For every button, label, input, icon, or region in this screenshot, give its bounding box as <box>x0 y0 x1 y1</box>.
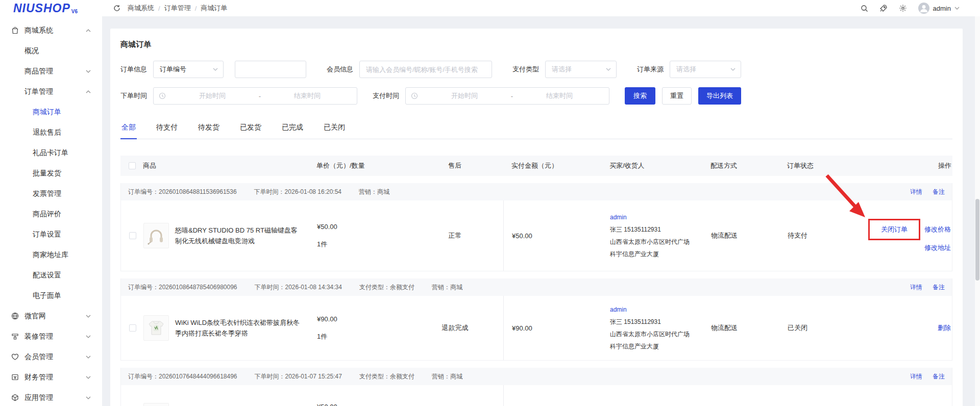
search-icon[interactable] <box>861 5 868 12</box>
order-info-label: 订单信息 <box>120 65 147 74</box>
sidebar-item-order-settings[interactable]: 订单设置 <box>0 224 102 245</box>
sidebar-item-micro-site[interactable]: 微官网 <box>0 306 102 326</box>
select-all-checkbox[interactable] <box>129 162 136 169</box>
breadcrumb-item-1[interactable]: 商城系统 <box>128 4 154 13</box>
vertical-scrollbar[interactable] <box>975 16 980 406</box>
close-order-button[interactable]: 关闭订单 <box>881 225 908 234</box>
pay-type-select[interactable]: 请选择 <box>545 61 617 78</box>
order-time-label: 下单时间： <box>254 188 285 195</box>
chevron-down-icon <box>730 68 736 71</box>
product-qty: 1件 <box>317 332 407 341</box>
sidebar-item-merchant-address[interactable]: 商家地址库 <box>0 245 102 265</box>
order-info-bar: 订单编号：20260108648811536961536 下单时间：2026-0… <box>121 183 952 200</box>
sidebar-item-mall-system[interactable]: 商城系统 <box>0 20 102 41</box>
range-separator: - <box>257 92 263 100</box>
order-info-type-select[interactable]: 订单编号 <box>153 61 224 78</box>
remark-link[interactable]: 备注 <box>933 372 945 381</box>
product-qty: 1件 <box>317 240 407 249</box>
sidebar-item-giftcard-orders[interactable]: 礼品卡订单 <box>0 143 102 163</box>
receiver-address-line2: 科宇信息产业大厦 <box>610 248 703 260</box>
member-search-input[interactable] <box>359 61 492 78</box>
sidebar-item-overview[interactable]: 概况 <box>0 41 102 61</box>
order-no-label: 订单编号： <box>128 188 159 195</box>
order-no-input[interactable] <box>235 61 306 78</box>
column-delivery: 配送方式 <box>702 161 779 170</box>
refresh-icon[interactable] <box>113 5 120 12</box>
sidebar-item-finance-management[interactable]: 财务管理 <box>0 367 102 388</box>
sidebar-item-label: 退款售后 <box>33 128 61 137</box>
sidebar: 商城系统 概况 商品管理 订单管理 商城订单 退款售后 礼品卡订单 <box>0 16 102 406</box>
china-mobile-logo: 中国移动 China Mobile <box>143 403 169 406</box>
range-separator: - <box>509 92 515 100</box>
order-time-value: 2026-01-08 16:20:54 <box>285 188 341 195</box>
order-source-label: 订单来源 <box>637 65 664 74</box>
row-checkbox[interactable] <box>129 324 136 332</box>
pay-time-range-picker[interactable]: 开始时间 - 结束时间 <box>405 87 609 105</box>
sidebar-item-order-management[interactable]: 订单管理 <box>0 82 102 102</box>
order-status: 已关闭 <box>779 323 856 333</box>
chevron-up-icon <box>86 29 91 32</box>
breadcrumb-separator: / <box>195 5 197 12</box>
order-no-label: 订单编号： <box>128 284 159 291</box>
sidebar-item-refund-aftersale[interactable]: 退款售后 <box>0 122 102 143</box>
tab-pending-shipment[interactable]: 待发货 <box>197 118 220 139</box>
sidebar-item-label: 订单设置 <box>33 230 61 239</box>
reset-button[interactable]: 重置 <box>662 87 692 105</box>
receiver-name-phone: 张三 15135112931 <box>610 316 703 328</box>
pay-type-label: 支付类型： <box>359 373 390 380</box>
order-time-label: 下单时间 <box>120 91 147 100</box>
delete-link[interactable]: 删除 <box>938 324 951 332</box>
product-name[interactable]: 怒喵&DRY STUDIO BD 75 RT磁轴键盘客制化无线机械键盘电竞游戏 <box>175 225 303 246</box>
modify-address-link[interactable]: 修改地址 <box>924 243 951 252</box>
rocket-icon[interactable] <box>879 4 888 12</box>
tab-pending-payment[interactable]: 待支付 <box>155 118 179 139</box>
detail-link[interactable]: 详情 <box>910 188 922 196</box>
breadcrumb-item-3[interactable]: 商城订单 <box>201 4 227 13</box>
sidebar-item-invoice-management[interactable]: 发票管理 <box>0 184 102 204</box>
buyer-name-link[interactable]: admin <box>610 303 703 316</box>
detail-link[interactable]: 详情 <box>910 283 922 292</box>
sidebar-item-goods-management[interactable]: 商品管理 <box>0 61 102 82</box>
order-body: WiKi WiLD条纹毛衣针织连衣裙带披肩秋冬季内搭打底长裙冬季穿搭 ¥90.0… <box>121 296 952 360</box>
app-logo[interactable]: NIUSHOP V6 <box>0 3 102 14</box>
gear-icon[interactable] <box>899 4 907 12</box>
sidebar-item-e-waybill[interactable]: 电子面单 <box>0 286 102 306</box>
sidebar-item-label: 商城系统 <box>24 26 53 35</box>
buyer-name-link[interactable]: admin <box>610 211 703 223</box>
scrollbar-thumb[interactable] <box>975 199 979 281</box>
detail-link[interactable]: 详情 <box>910 372 922 381</box>
tab-all[interactable]: 全部 <box>120 118 137 139</box>
sidebar-item-decoration[interactable]: 装修管理 <box>0 326 102 347</box>
tab-shipped[interactable]: 已发货 <box>239 118 262 139</box>
sidebar-item-member-management[interactable]: 会员管理 <box>0 347 102 367</box>
clock-icon <box>411 92 418 99</box>
order-row: 订单编号：20260108648785406980096 下单时间：2026-0… <box>120 278 952 361</box>
search-button[interactable]: 搜索 <box>625 87 655 105</box>
row-checkbox[interactable] <box>129 232 136 239</box>
tab-closed[interactable]: 已关闭 <box>323 118 346 139</box>
pay-time-label: 支付时间 <box>373 91 399 100</box>
sidebar-item-mall-orders[interactable]: 商城订单 <box>0 102 102 122</box>
sidebar-item-label: 微官网 <box>24 312 46 321</box>
tab-completed[interactable]: 已完成 <box>281 118 304 139</box>
order-time-range-picker[interactable]: 开始时间 - 结束时间 <box>153 87 357 105</box>
sidebar-item-batch-shipping[interactable]: 批量发货 <box>0 163 102 184</box>
sidebar-item-delivery-settings[interactable]: 配送设置 <box>0 265 102 286</box>
remark-link[interactable]: 备注 <box>933 188 945 196</box>
order-time-value: 2026-01-07 15:25:47 <box>285 373 342 380</box>
breadcrumb-separator: / <box>158 5 160 12</box>
receiver-address-line1: 山西省太原市小店区时代广场 <box>610 328 703 340</box>
delivery-method: 物流配送 <box>703 323 779 333</box>
modify-price-link[interactable]: 修改价格 <box>924 225 951 234</box>
order-source-select[interactable]: 请选择 <box>670 61 741 78</box>
breadcrumb-item-2[interactable]: 订单管理 <box>164 4 191 13</box>
sidebar-item-goods-reviews[interactable]: 商品评价 <box>0 204 102 224</box>
paint-icon <box>11 333 19 341</box>
marketing-label: 营销： <box>359 188 377 195</box>
export-list-button[interactable]: 导出列表 <box>698 87 741 105</box>
user-menu[interactable]: admin <box>918 3 960 14</box>
sidebar-item-app-management[interactable]: 应用管理 <box>0 388 102 406</box>
remark-link[interactable]: 备注 <box>933 283 945 292</box>
product-name[interactable]: WiKi WiLD条纹毛衣针织连衣裙带披肩秋冬季内搭打底长裙冬季穿搭 <box>175 317 303 339</box>
order-row: 订单编号：20260107648444096618496 下单时间：2026-0… <box>120 368 952 406</box>
